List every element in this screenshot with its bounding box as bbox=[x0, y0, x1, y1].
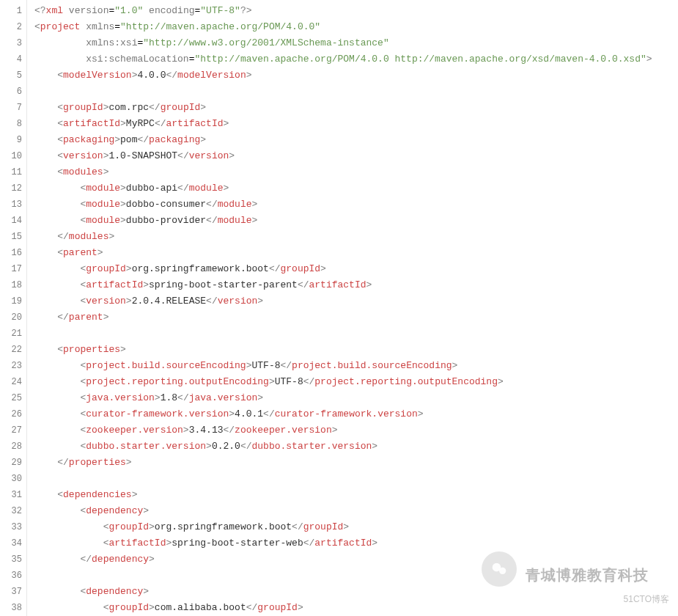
watermark-main: 青城博雅教育科技 bbox=[526, 565, 649, 585]
line-number-gutter: 1234567891011121314151617181920212223242… bbox=[0, 0, 27, 616]
code-content: <?xml version="1.0" encoding="UTF-8"?><p… bbox=[27, 0, 678, 616]
wechat-icon bbox=[482, 551, 517, 587]
watermark-sub: 51CTO博客 bbox=[624, 593, 669, 606]
svg-point-1 bbox=[499, 568, 506, 574]
code-editor: 1234567891011121314151617181920212223242… bbox=[0, 0, 678, 616]
